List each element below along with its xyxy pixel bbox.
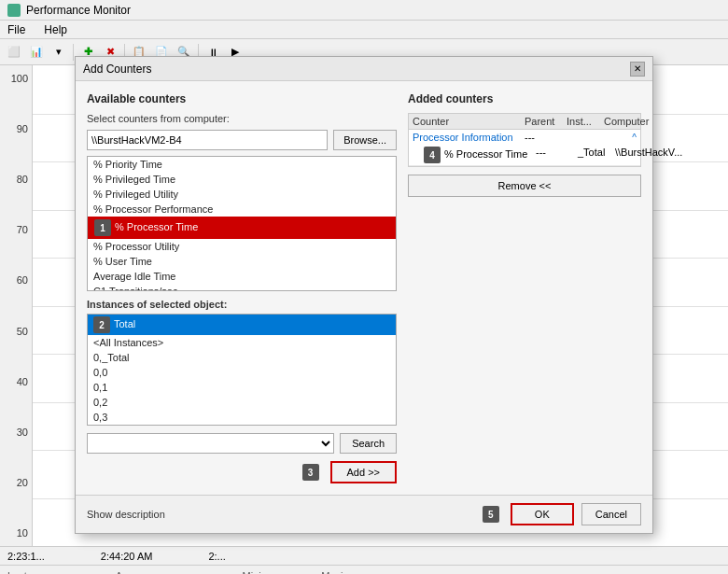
step3-badge: 3 xyxy=(302,464,319,481)
remove-button[interactable]: Remove << xyxy=(408,175,641,197)
step5-badge: 5 xyxy=(483,506,499,523)
step4-badge: 4 xyxy=(424,147,441,163)
col-instance: Inst... xyxy=(567,116,604,127)
right-panel: Added counters Counter Parent Inst... Co… xyxy=(408,92,641,483)
left-panel: Available counters Select counters from … xyxy=(87,92,408,483)
col-counter: Counter xyxy=(413,116,525,127)
browse-button[interactable]: Browse... xyxy=(333,130,397,150)
counter-item-privileged-util[interactable]: % Privileged Utility xyxy=(88,187,396,202)
counter-item-proc-perf[interactable]: % Processor Performance xyxy=(88,202,396,217)
dialog-footer: Show description 5 OK Cancel xyxy=(76,495,652,533)
counter-item-idle[interactable]: Average Idle Time xyxy=(88,269,396,284)
instance-item-all[interactable]: <All Instances> xyxy=(88,335,396,350)
counter-item-proc-time[interactable]: 1% Processor Time xyxy=(88,217,396,239)
counter-item-priority[interactable]: % Priority Time xyxy=(88,157,396,172)
row-parent: --- xyxy=(536,147,578,163)
counter-list[interactable]: % Priority Time % Privileged Time % Priv… xyxy=(87,156,397,291)
row-counter: 4% Processor Time xyxy=(424,147,536,163)
available-counters-title: Available counters xyxy=(87,92,397,105)
computer-select-row: Select counters from computer: xyxy=(87,113,397,124)
dialog-title: Add Counters xyxy=(83,63,151,76)
footer-buttons: 5 OK Cancel xyxy=(483,503,641,525)
search-input[interactable] xyxy=(87,433,334,454)
instances-list[interactable]: 2Total <All Instances> 0,_Total 0,0 0,1 … xyxy=(87,314,397,426)
table-row[interactable]: 4% Processor Time --- _Total \\BurstHack… xyxy=(409,145,640,165)
dialog-body: Available counters Select counters from … xyxy=(76,81,652,495)
instance-item-00[interactable]: 0,0 xyxy=(88,365,396,380)
search-button[interactable]: Search xyxy=(340,433,397,454)
group-expand-icon[interactable]: ^ xyxy=(604,133,637,143)
dialog-titlebar: Add Counters ✕ xyxy=(76,57,652,81)
ok-button[interactable]: OK xyxy=(511,503,574,525)
instance-item-total[interactable]: 2Total xyxy=(88,315,396,335)
col-computer: Computer xyxy=(604,116,649,127)
dialog-overlay: Add Counters ✕ Available counters Select… xyxy=(0,0,728,574)
instance-item-03[interactable]: 0,3 xyxy=(88,410,396,425)
row-computer: \\BurstHackV... xyxy=(615,147,682,163)
added-counters-table: Counter Parent Inst... Computer Processo… xyxy=(408,113,641,167)
counter-item-c1[interactable]: C1 Transitions/sec xyxy=(88,284,396,291)
instance-item-01[interactable]: 0,1 xyxy=(88,380,396,395)
dialog-close-button[interactable]: ✕ xyxy=(630,62,645,77)
table-group-header: Processor Information --- ^ xyxy=(409,130,640,145)
counter-item-privileged[interactable]: % Privileged Time xyxy=(88,172,396,187)
computer-select-label: Select counters from computer: xyxy=(87,113,230,124)
counter-item-proc-util[interactable]: % Processor Utility xyxy=(88,239,396,254)
col-parent: Parent xyxy=(525,116,567,127)
table-header: Counter Parent Inst... Computer xyxy=(409,114,640,130)
step2-badge: 2 xyxy=(93,316,110,333)
action-row: 3 Add >> xyxy=(87,461,397,483)
computer-select-input[interactable]: \\BurstHackVM2-B4 xyxy=(87,130,328,150)
search-row: Search xyxy=(87,433,397,454)
show-description-toggle[interactable]: Show description xyxy=(87,509,165,520)
step1-badge: 1 xyxy=(94,219,111,236)
added-counters-title: Added counters xyxy=(408,92,641,105)
computer-input-row: \\BurstHackVM2-B4 Browse... xyxy=(87,130,397,150)
add-button[interactable]: Add >> xyxy=(330,461,397,483)
row-instance: _Total xyxy=(578,147,615,163)
add-counters-dialog: Add Counters ✕ Available counters Select… xyxy=(75,56,653,534)
group-name: Processor Information xyxy=(413,132,525,143)
group-parent: --- xyxy=(525,132,567,143)
instance-item-0total[interactable]: 0,_Total xyxy=(88,350,396,365)
counter-item-user-time[interactable]: % User Time xyxy=(88,254,396,269)
cancel-button[interactable]: Cancel xyxy=(581,503,641,525)
instance-item-02[interactable]: 0,2 xyxy=(88,395,396,410)
table-group-processor: Processor Information --- ^ 4% Processor… xyxy=(409,130,640,166)
instances-label: Instances of selected object: xyxy=(87,299,397,310)
